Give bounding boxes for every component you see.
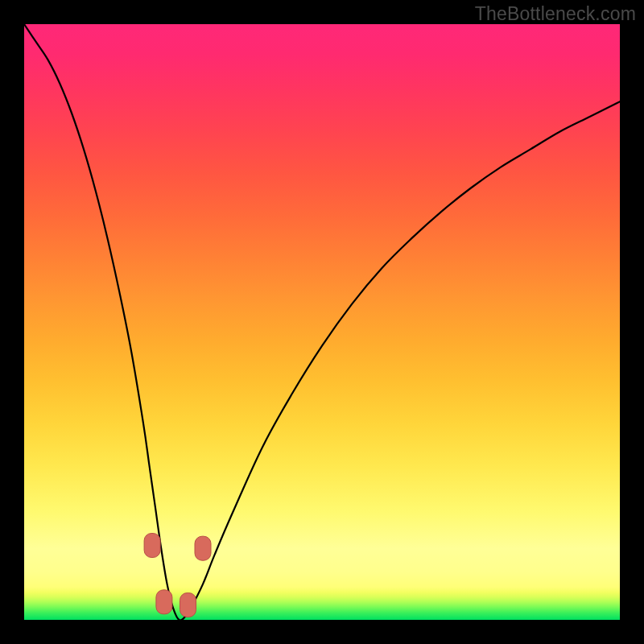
bottleneck-curve <box>24 24 620 620</box>
threshold-markers <box>144 534 211 617</box>
threshold-marker <box>144 534 160 558</box>
threshold-marker <box>195 536 211 560</box>
curve-layer <box>24 24 620 620</box>
watermark: TheBottleneck.com <box>475 3 636 25</box>
chart-frame: TheBottleneck.com <box>0 0 644 644</box>
threshold-marker <box>156 590 172 614</box>
threshold-marker <box>180 593 196 617</box>
plot-area <box>24 24 620 620</box>
